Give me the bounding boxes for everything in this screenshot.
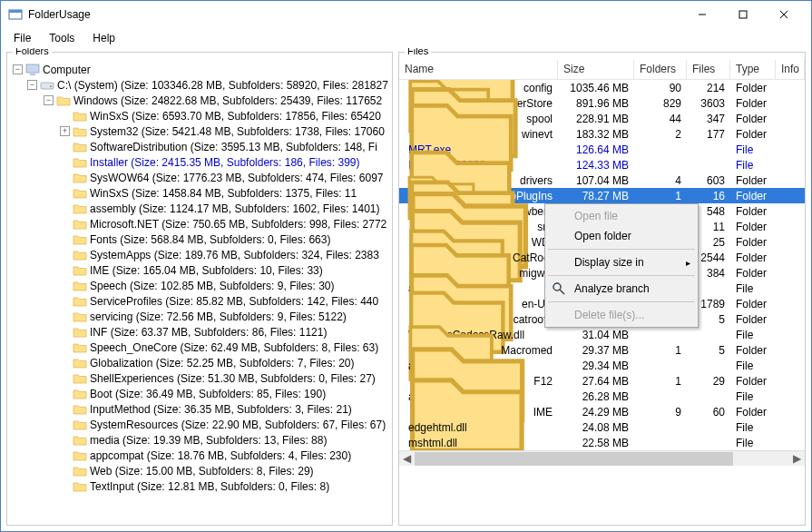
collapse-toggle[interactable]: − — [27, 80, 37, 90]
file-type: Folder — [730, 221, 776, 233]
file-files: 16 — [687, 190, 730, 202]
files-table-header: Name Size Folders Files Type Info — [399, 60, 805, 80]
tree-row[interactable]: assembly (Size: 1124.17 MB, Subfolders: … — [7, 201, 392, 216]
tree-row[interactable]: Boot (Size: 36.49 MB, Subfolders: 85, Fi… — [7, 386, 392, 401]
tree-label: WinSxS (Size: 1458.84 MB, Subfolders: 13… — [90, 187, 357, 200]
tree-row[interactable]: ServiceProfiles (Size: 85.82 MB, Subfold… — [7, 293, 392, 309]
file-folders: 4 — [634, 174, 687, 187]
file-size: 183.32 MB — [558, 128, 634, 141]
file-files: 214 — [687, 82, 730, 94]
tree-row[interactable]: appcompat (Size: 18.76 MB, Subfolders: 4… — [7, 448, 392, 463]
tree-row[interactable]: SystemResources (Size: 22.90 MB, Subfold… — [7, 417, 392, 432]
file-type: File — [730, 390, 776, 403]
tree-row[interactable]: WinSxS (Size: 1458.84 MB, Subfolders: 13… — [7, 185, 392, 201]
tree-row[interactable]: Installer (Size: 2415.35 MB, Subfolders:… — [7, 154, 392, 170]
menu-file[interactable]: File — [5, 30, 40, 46]
tree-row[interactable]: IME (Size: 165.04 MB, Subfolders: 10, Fi… — [7, 262, 392, 278]
collapse-toggle[interactable]: − — [13, 64, 23, 74]
menubar: File Tools Help — [1, 28, 811, 48]
tree-row[interactable]: SystemApps (Size: 189.76 MB, Subfolders:… — [7, 247, 392, 262]
tree-row[interactable]: −C:\ (System) (Size: 103346.28 MB, Subfo… — [7, 77, 392, 93]
expand-toggle[interactable]: + — [60, 126, 70, 136]
file-size: 107.04 MB — [558, 174, 634, 187]
tree-row[interactable]: media (Size: 19.39 MB, Subfolders: 13, F… — [7, 432, 392, 448]
col-size[interactable]: Size — [558, 60, 634, 79]
svg-rect-1 — [9, 10, 22, 13]
app-title: FolderUsage — [28, 8, 681, 21]
minimize-button[interactable] — [681, 1, 722, 28]
file-size: 126.64 MB — [558, 143, 634, 156]
scroll-left-icon[interactable]: ◀ — [399, 451, 415, 467]
tree-row[interactable]: Globalization (Size: 52.25 MB, Subfolder… — [7, 355, 392, 370]
folders-panel: Folders −Computer−C:\ (System) (Size: 10… — [6, 52, 393, 526]
tree-label: Web (Size: 15.00 MB, Subfolders: 8, File… — [90, 465, 314, 478]
ctx-display-size[interactable]: Display size in▸ — [547, 252, 696, 272]
file-folders: 829 — [634, 97, 687, 110]
tree-row[interactable]: Speech (Size: 102.85 MB, Subfolders: 9, … — [7, 278, 392, 293]
file-size: 124.33 MB — [558, 159, 634, 172]
tree-row[interactable]: TextInput (Size: 12.81 MB, Subfolders: 0… — [7, 478, 392, 494]
context-menu: Open file Open folder Display size in▸ A… — [544, 203, 699, 328]
file-type: Folder — [730, 190, 776, 202]
files-panel: Files Name Size Folders Files Type Info … — [398, 52, 806, 526]
table-row[interactable]: IME24.29 MB960Folder — [399, 404, 805, 419]
file-files: 60 — [687, 406, 730, 419]
tree-row[interactable]: ShellExperiences (Size: 51.30 MB, Subfol… — [7, 370, 392, 386]
tree-row[interactable]: servicing (Size: 72.56 MB, Subfolders: 9… — [7, 309, 392, 324]
tree-row[interactable]: Web (Size: 15.00 MB, Subfolders: 8, File… — [7, 463, 392, 478]
tree-label: Microsoft.NET (Size: 750.65 MB, Subfolde… — [90, 218, 386, 231]
maximize-button[interactable] — [722, 1, 763, 28]
close-button[interactable] — [763, 1, 804, 28]
file-size: 31.04 MB — [558, 329, 634, 341]
ctx-analyze-branch[interactable]: Analyze branch — [547, 279, 696, 299]
tree-label: Boot (Size: 36.49 MB, Subfolders: 85, Fi… — [90, 388, 326, 400]
collapse-toggle[interactable]: − — [44, 95, 54, 105]
tree-row[interactable]: WinSxS (Size: 6593.70 MB, Subfolders: 17… — [7, 108, 392, 123]
menu-help[interactable]: Help — [83, 30, 124, 46]
menu-tools[interactable]: Tools — [40, 30, 83, 46]
col-info[interactable]: Info — [776, 60, 805, 79]
files-hscrollbar[interactable]: ◀ ▶ — [399, 450, 805, 466]
tree-label: ServiceProfiles (Size: 85.82 MB, Subfold… — [90, 295, 378, 308]
file-files: 5 — [687, 344, 730, 357]
scroll-right-icon[interactable]: ▶ — [789, 451, 805, 467]
file-size: 27.64 MB — [558, 375, 634, 388]
file-size: 22.58 MB — [558, 437, 634, 449]
col-name[interactable]: Name — [399, 60, 558, 79]
tree-label: SoftwareDistribution (Size: 3595.13 MB, … — [90, 141, 377, 153]
tree-label: IME (Size: 165.04 MB, Subfolders: 10, Fi… — [90, 264, 323, 277]
tree-row[interactable]: −Windows (Size: 24822.68 MB, Subfolders:… — [7, 93, 392, 108]
folders-panel-label: Folders — [13, 48, 52, 56]
tree-label: servicing (Size: 72.56 MB, Subfolders: 9… — [90, 310, 347, 323]
file-folders: 44 — [634, 113, 687, 125]
col-type[interactable]: Type — [730, 60, 776, 79]
file-type: Folder — [730, 344, 776, 357]
file-type: Folder — [730, 375, 776, 388]
col-files[interactable]: Files — [687, 60, 730, 79]
file-type: File — [730, 329, 776, 341]
file-files: 347 — [687, 113, 730, 125]
file-type: Folder — [730, 205, 776, 218]
table-row[interactable]: mshtml.dll22.58 MBFile — [399, 435, 805, 450]
tree-row[interactable]: SoftwareDistribution (Size: 3595.13 MB, … — [7, 139, 392, 154]
tree-row[interactable]: SysWOW64 (Size: 1776.23 MB, Subfolders: … — [7, 170, 392, 185]
tree-label: Globalization (Size: 52.25 MB, Subfolder… — [90, 357, 354, 369]
tree-label: INF (Size: 63.37 MB, Subfolders: 86, Fil… — [90, 326, 327, 339]
tree-row[interactable]: InputMethod (Size: 36.35 MB, Subfolders:… — [7, 401, 392, 417]
tree-label: SystemResources (Size: 22.90 MB, Subfold… — [90, 419, 386, 431]
folder-tree[interactable]: −Computer−C:\ (System) (Size: 103346.28 … — [7, 60, 392, 525]
tree-row[interactable]: +System32 (Size: 5421.48 MB, Subfolders:… — [7, 123, 392, 139]
file-type: Folder — [730, 298, 776, 310]
tree-label: Windows (Size: 24822.68 MB, Subfolders: … — [73, 94, 382, 107]
col-folders[interactable]: Folders — [634, 60, 687, 79]
file-files: 177 — [687, 128, 730, 141]
file-type: Folder — [730, 267, 776, 280]
tree-row[interactable]: Speech_OneCore (Size: 62.49 MB, Subfolde… — [7, 340, 392, 355]
tree-row[interactable]: INF (Size: 63.37 MB, Subfolders: 86, Fil… — [7, 324, 392, 340]
ctx-open-folder[interactable]: Open folder — [547, 226, 696, 246]
table-row[interactable]: edgehtml.dll24.08 MBFile — [399, 419, 805, 435]
file-size: 891.96 MB — [558, 97, 634, 110]
tree-row[interactable]: Microsoft.NET (Size: 750.65 MB, Subfolde… — [7, 216, 392, 232]
tree-row[interactable]: Fonts (Size: 568.84 MB, Subfolders: 0, F… — [7, 232, 392, 247]
tree-row[interactable]: −Computer — [7, 62, 392, 77]
